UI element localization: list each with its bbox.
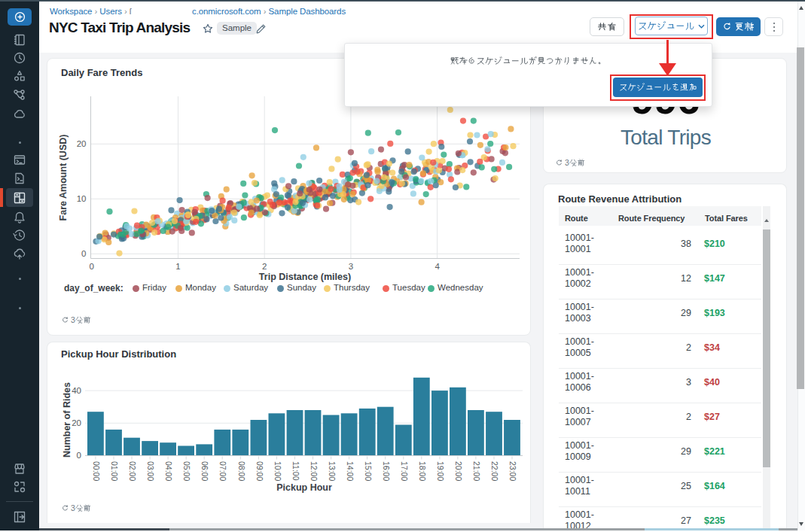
svg-text:Fare Amount (USD): Fare Amount (USD) <box>58 135 69 221</box>
svg-text:09:00: 09:00 <box>255 461 264 481</box>
svg-text:23:00: 23:00 <box>508 461 517 481</box>
svg-text:0: 0 <box>90 262 94 271</box>
svg-text:22:00: 22:00 <box>490 461 499 481</box>
svg-text:2: 2 <box>262 262 267 271</box>
svg-text:03:00: 03:00 <box>146 461 155 481</box>
svg-text:0: 0 <box>77 451 81 460</box>
svg-text:Trip Distance (miles): Trip Distance (miles) <box>259 272 351 282</box>
svg-text:17:00: 17:00 <box>400 461 409 481</box>
svg-text:20: 20 <box>72 418 81 427</box>
svg-text:16:00: 16:00 <box>382 461 391 481</box>
svg-text:3: 3 <box>565 158 569 167</box>
svg-text:3: 3 <box>71 503 75 512</box>
svg-text:13:00: 13:00 <box>328 461 337 481</box>
svg-text:12:00: 12:00 <box>309 461 319 481</box>
svg-text:02:00: 02:00 <box>128 461 137 481</box>
svg-text:4: 4 <box>435 262 440 271</box>
svg-text:21:00: 21:00 <box>472 461 481 481</box>
svg-text:11:00: 11:00 <box>291 461 300 481</box>
svg-text:08:00: 08:00 <box>237 461 246 481</box>
svg-text:0: 0 <box>81 249 86 258</box>
svg-text:19:00: 19:00 <box>436 461 445 481</box>
svg-text:07:00: 07:00 <box>218 461 227 481</box>
svg-text:3: 3 <box>349 262 353 271</box>
svg-text:14:00: 14:00 <box>346 461 355 481</box>
svg-text:04:00: 04:00 <box>164 461 173 481</box>
svg-text:10:00: 10:00 <box>273 461 282 481</box>
svg-text:06:00: 06:00 <box>200 461 209 481</box>
svg-text:00:00: 00:00 <box>92 461 101 481</box>
svg-text:18:00: 18:00 <box>418 461 427 481</box>
svg-text:1: 1 <box>175 262 180 271</box>
svg-text:10: 10 <box>77 194 87 203</box>
svg-text:Number of Rides: Number of Rides <box>62 382 72 458</box>
svg-text:20:00: 20:00 <box>454 461 463 481</box>
svg-text:15:00: 15:00 <box>364 461 373 481</box>
svg-text:01:00: 01:00 <box>110 461 119 481</box>
svg-text:40: 40 <box>72 386 81 395</box>
svg-text:Pickup Hour: Pickup Hour <box>276 482 332 493</box>
svg-text:05:00: 05:00 <box>182 461 191 481</box>
svg-text:20: 20 <box>77 139 87 148</box>
svg-text:3: 3 <box>71 315 75 324</box>
